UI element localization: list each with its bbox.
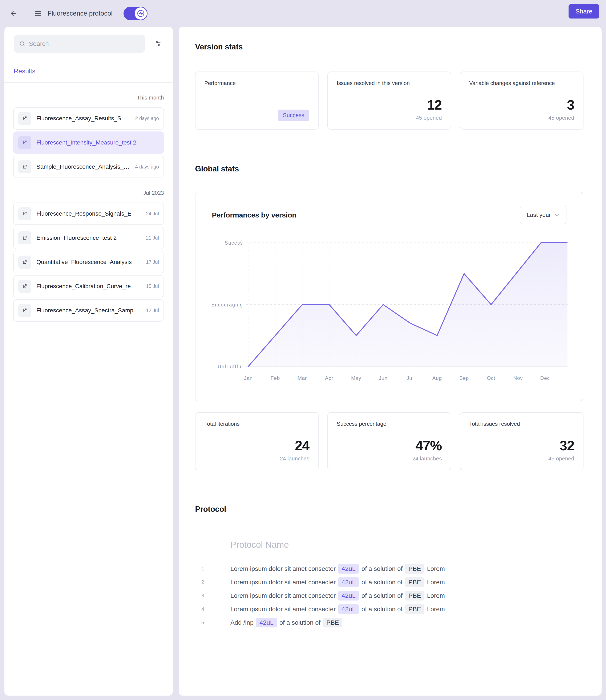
main-panel: Version stats Performance Success Issues… xyxy=(179,27,602,696)
svg-text:Jul: Jul xyxy=(406,375,414,381)
volume-chip[interactable]: 42uL xyxy=(338,564,359,574)
reagent-chip[interactable]: PBE xyxy=(405,604,424,614)
item-name: Fluorescent_Intensity_Measure_test 2 xyxy=(37,139,156,146)
sliders-icon xyxy=(154,40,161,47)
step-text: of a solution of xyxy=(362,606,402,613)
step-text: Lorem ipsum dolor sit amet consecter xyxy=(230,592,335,599)
performance-chart: JanFebMarAprMayJunJulAugSepOctNovDecUnfr… xyxy=(212,230,567,387)
card-label: Total iterations xyxy=(204,421,309,427)
protocol-step[interactable]: 5 Add /inp 42uL of a solution of PBE xyxy=(195,616,583,629)
topbar: Fluorescence protocol Share xyxy=(0,0,606,27)
svg-text:Encouraging: Encouraging xyxy=(212,302,243,308)
protocol-step[interactable]: 1 Lorem ipsum dolor sit amet consecter 4… xyxy=(195,562,583,576)
search-icon xyxy=(19,41,25,47)
list-item[interactable]: Emission_Fluorescence_test 2 21 Jul xyxy=(13,227,164,249)
external-link-icon xyxy=(22,259,28,265)
search-field[interactable] xyxy=(28,40,130,48)
external-link-icon xyxy=(22,308,28,313)
svg-text:Nov: Nov xyxy=(513,375,523,381)
list-item[interactable]: Quantitative_Fluorescence_Analysis 17 Ju… xyxy=(13,251,164,273)
item-time: 17 Jul xyxy=(146,259,159,265)
reagent-chip[interactable]: PBE xyxy=(405,564,424,574)
svg-text:Feb: Feb xyxy=(271,375,280,381)
share-button[interactable]: Share xyxy=(568,4,599,19)
volume-chip[interactable]: 42uL xyxy=(338,604,359,614)
group-header-jul-2023: Jul 2023 xyxy=(18,190,164,196)
card-value: 32 xyxy=(560,439,574,453)
step-text: Lorem xyxy=(427,606,445,613)
svg-text:Unfruiftful: Unfruiftful xyxy=(218,364,243,369)
list-item[interactable]: Sample_Fluorescence_Analysis_… 4 days ag… xyxy=(13,155,164,178)
menu-button[interactable] xyxy=(30,6,45,21)
monitoring-toggle[interactable] xyxy=(123,7,147,20)
item-name: Quantitative_Fluorescence_Analysis xyxy=(37,259,143,265)
performance-card: Performance Success xyxy=(195,72,319,129)
protocol-step[interactable]: 4 Lorem ipsum dolor sit amet consecter 4… xyxy=(195,602,583,616)
step-text: Lorem xyxy=(427,592,445,599)
back-button[interactable] xyxy=(6,6,21,21)
item-name: Fluorescence_Assay_Spectra_Samp… xyxy=(37,307,143,314)
card-value: 3 xyxy=(567,98,574,112)
svg-text:Jun: Jun xyxy=(379,375,388,381)
protocol-step[interactable]: 3 Lorem ipsum dolor sit amet consecter 4… xyxy=(195,589,583,602)
step-text: Lorem ipsum dolor sit amet consecter xyxy=(230,606,335,613)
item-time: 4 days ago xyxy=(135,164,159,170)
range-selector[interactable]: Last year xyxy=(520,206,566,224)
svg-text:Sep: Sep xyxy=(459,375,469,381)
list-item[interactable]: Fluorescence_Assay_Results_S… 2 days ago xyxy=(13,107,164,129)
page-title: Fluorescence protocol xyxy=(48,10,113,17)
item-name: Fluprescence_Calibration_Curve_re xyxy=(37,283,143,290)
step-text: Lorem ipsum dolor sit amet consecter xyxy=(230,565,335,572)
card-sub: 45 opened xyxy=(549,455,574,462)
item-name: Emission_Fluorescence_test 2 xyxy=(37,235,143,241)
group-label: Jul 2023 xyxy=(143,190,164,196)
filter-button[interactable] xyxy=(152,38,163,49)
search-input[interactable] xyxy=(14,35,145,53)
range-selector-value: Last year xyxy=(527,212,551,218)
step-text: of a solution of xyxy=(362,579,402,586)
tab-results[interactable]: Results xyxy=(4,61,173,82)
volume-chip[interactable]: 42uL xyxy=(338,591,359,601)
svg-text:Sucess: Sucess xyxy=(225,240,243,246)
arrow-left-icon xyxy=(9,9,18,18)
list-item-selected[interactable]: Fluorescent_Intensity_Measure_test 2 xyxy=(13,131,164,154)
card-value: 24 xyxy=(295,439,309,453)
item-time: 24 Jul xyxy=(146,211,159,217)
step-text: Lorem ipsum dolor sit amet consecter xyxy=(230,579,335,586)
external-link-icon xyxy=(22,164,28,170)
group-label: This month xyxy=(137,94,164,101)
protocol-steps: 1 Lorem ipsum dolor sit amet consecter 4… xyxy=(195,562,583,629)
sidebar: Results This month Fluorescence_Assay_Re… xyxy=(4,27,173,696)
results-list: This month Fluorescence_Assay_Results_S…… xyxy=(4,94,173,321)
svg-text:Aug: Aug xyxy=(433,375,442,381)
svg-text:Oct: Oct xyxy=(487,375,495,381)
step-number: 1 xyxy=(201,566,230,572)
volume-chip[interactable]: 42uL xyxy=(256,618,277,627)
volume-chip[interactable]: 42uL xyxy=(338,577,359,587)
reagent-chip[interactable]: PBE xyxy=(405,577,424,587)
reagent-chip[interactable]: PBE xyxy=(323,618,342,627)
card-value: 12 xyxy=(427,98,442,112)
protocol-step[interactable]: 2 Lorem ipsum dolor sit amet consecter 4… xyxy=(195,576,583,589)
total-iterations-card: Total iterations 24 24 launches xyxy=(195,412,319,470)
protocol-name-placeholder[interactable]: Protocol Name xyxy=(230,540,583,550)
reagent-chip[interactable]: PBE xyxy=(405,591,424,601)
item-name: Fluorescence_Assay_Results_S… xyxy=(37,115,133,122)
variable-changes-card: Variable changes against reference 3 45 … xyxy=(460,72,583,129)
external-link-icon xyxy=(22,211,28,217)
toggle-knob xyxy=(135,7,147,20)
card-label: Total issues resolved xyxy=(469,421,574,427)
item-time: 21 Jul xyxy=(146,235,159,241)
svg-text:Jan: Jan xyxy=(244,375,253,381)
status-badge: Success xyxy=(278,110,309,121)
list-item[interactable]: Fluorescence_Assay_Spectra_Samp… 12 Jul xyxy=(13,299,164,321)
step-text: of a solution of xyxy=(362,592,402,599)
global-stats-cards: Total iterations 24 24 launches Success … xyxy=(195,412,583,470)
card-sub: 24 launches xyxy=(280,455,309,462)
step-text: of a solution of xyxy=(362,565,402,572)
results-label: Results xyxy=(14,68,36,75)
group-header-this-month: This month xyxy=(18,94,164,101)
card-sub: 45 opened xyxy=(416,115,442,121)
list-item[interactable]: Fluorescence_Response_Signals_E 24 Jul xyxy=(13,202,164,225)
list-item[interactable]: Fluprescence_Calibration_Curve_re 15 Jul xyxy=(13,275,164,297)
